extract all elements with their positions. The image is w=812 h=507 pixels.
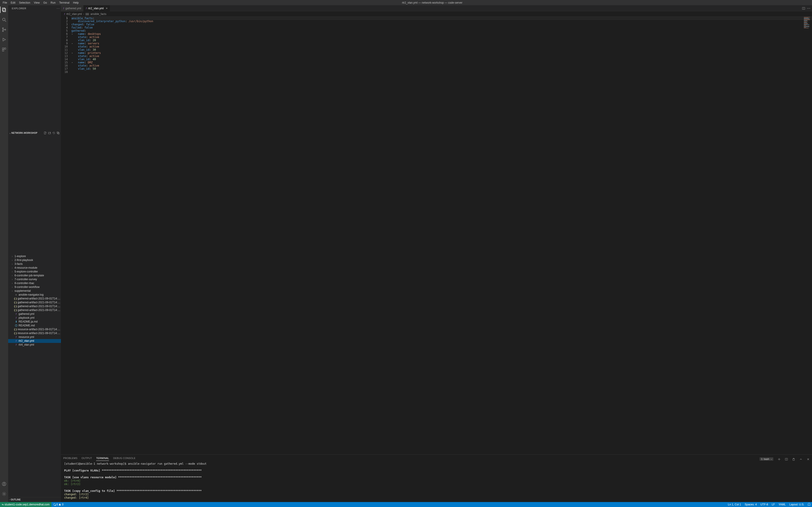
term-task: TASK [copy vlan_config to file] ********… xyxy=(64,489,809,493)
svg-point-26 xyxy=(807,8,808,9)
breadcrumb-file: rtr2_vlan.yml xyxy=(66,12,82,16)
folder-item[interactable]: ›8-controller-rbac xyxy=(8,281,61,285)
account-icon[interactable] xyxy=(2,482,6,486)
split-editor-icon[interactable] xyxy=(802,7,805,10)
file-item[interactable]: { }resource-artifact-2021-09-01T14:03:39… xyxy=(8,328,61,331)
eol-button[interactable]: LF xyxy=(770,503,777,506)
editor-tab[interactable]: !rtr2_vlan.yml× xyxy=(84,5,110,11)
menu-terminal[interactable]: Terminal xyxy=(57,1,71,4)
svg-point-14 xyxy=(57,8,57,9)
chevron-right-icon: › xyxy=(11,278,14,281)
file-item[interactable]: !rtr4_vlan.yml xyxy=(8,343,61,347)
breadcrumb-symbol: ansible_facts xyxy=(90,12,106,16)
file-item[interactable]: ≡ansible-navigator.log xyxy=(8,293,61,297)
file-item[interactable]: !resource.yml xyxy=(8,335,61,339)
term-ok: ok: [rtr4] xyxy=(64,479,809,483)
folder-item[interactable]: ›2-first-playbook xyxy=(8,258,61,262)
menu-selection[interactable]: Selection xyxy=(17,1,32,4)
panel-tab-problems[interactable]: PROBLEMS xyxy=(63,457,78,461)
new-folder-icon[interactable] xyxy=(48,131,51,134)
menu-file[interactable]: File xyxy=(1,1,9,4)
svg-line-3 xyxy=(5,20,6,22)
folder-section-header[interactable]: ⌄ NETWORK-WORKSHOP xyxy=(8,11,61,255)
explorer-title: EXPLORER xyxy=(12,7,26,10)
chevron-right-icon: › xyxy=(11,259,14,262)
folder-item[interactable]: ›supplemental xyxy=(8,289,61,293)
folder-item[interactable]: ›6-controller-job-template xyxy=(8,274,61,278)
file-item[interactable]: { }gathered-artifact-2021-09-01T14:28:28… xyxy=(8,297,61,300)
folder-item[interactable]: ›1-explore xyxy=(8,255,61,258)
code-editor[interactable]: 123456789101112131415161718 ansible_fact… xyxy=(61,16,812,454)
more-icon[interactable] xyxy=(807,7,810,10)
file-item[interactable]: ⬇README.ja.md xyxy=(8,320,61,324)
indent-button[interactable]: Spaces: 4 xyxy=(743,503,759,506)
root-folder-name: NETWORK-WORKSHOP xyxy=(11,132,37,134)
activity-bar xyxy=(0,5,8,502)
menu-help[interactable]: Help xyxy=(71,1,81,4)
chevron-down-icon: ⌄ xyxy=(9,132,11,134)
kill-terminal-icon[interactable] xyxy=(792,458,795,461)
file-item[interactable]: { }gathered-artifact-2021-09-01T14:29:19… xyxy=(8,304,61,308)
svg-rect-1 xyxy=(3,9,6,12)
file-item[interactable]: !gathered.yml xyxy=(8,312,61,316)
minimap[interactable] xyxy=(804,17,812,29)
file-item[interactable]: ⓘREADME.md xyxy=(8,324,61,328)
menu-view[interactable]: View xyxy=(32,1,42,4)
remote-host-button[interactable]: ⇋ student1-code.sep1.demoredhat.com xyxy=(0,502,51,507)
editor-tab[interactable]: !gathered.yml xyxy=(61,5,84,11)
folder-item[interactable]: ›4-resource-module xyxy=(8,266,61,270)
more-icon[interactable] xyxy=(57,7,60,10)
chevron-right-icon: › xyxy=(11,267,14,269)
file-item[interactable]: !playbook.yml xyxy=(8,316,61,320)
explorer-icon[interactable] xyxy=(2,7,6,12)
cursor-position-button[interactable]: Ln 1, Col 1 xyxy=(726,503,743,506)
panel-close-icon[interactable] xyxy=(807,458,810,461)
yaml-file-icon: ! xyxy=(14,343,18,346)
panel-tab-output[interactable]: OUTPUT xyxy=(82,457,92,461)
file-item[interactable]: { }gathered-artifact-2021-09-01T14:30:09… xyxy=(8,308,61,312)
panel-tab-debug-console[interactable]: DEBUG CONSOLE xyxy=(113,457,136,461)
problems-button[interactable]: 0 0 xyxy=(51,502,65,507)
terminal[interactable]: [student1@ansible-1 network-workshop]$ a… xyxy=(61,461,812,502)
split-terminal-icon[interactable] xyxy=(785,458,788,461)
file-item[interactable]: !rtr2_vlan.yml xyxy=(8,339,61,343)
chevron-right-icon: › xyxy=(11,290,14,292)
notifications-button[interactable] xyxy=(806,503,812,505)
encoding-button[interactable]: UTF-8 xyxy=(759,503,770,506)
menu-edit[interactable]: Edit xyxy=(9,1,17,4)
file-item[interactable]: { }gathered-artifact-2021-09-01T14:28:50… xyxy=(8,300,61,304)
outline-title: OUTLINE xyxy=(11,498,20,501)
folder-item[interactable]: ›3-facts xyxy=(8,262,61,266)
term-play: PLAY [configure VLANs] *****************… xyxy=(64,469,809,472)
breadcrumbs[interactable]: ! rtr2_vlan.yml › ⋯ ansible_facts xyxy=(61,11,812,16)
menu-run[interactable]: Run xyxy=(49,1,57,4)
term-task: TASK [use vlans resource module] *******… xyxy=(64,476,809,479)
language-button[interactable]: YAML xyxy=(777,503,788,506)
scm-icon[interactable] xyxy=(2,27,6,32)
gear-icon[interactable] xyxy=(2,492,6,496)
json-file-icon: { } xyxy=(14,332,17,335)
svg-point-27 xyxy=(808,8,809,9)
new-file-icon[interactable] xyxy=(44,131,47,134)
chevron-right-icon: › xyxy=(9,498,10,501)
folder-item[interactable]: ›5-explore-controller xyxy=(8,270,61,274)
extensions-icon[interactable] xyxy=(2,47,6,52)
close-icon[interactable]: × xyxy=(105,7,107,10)
panel-tab-terminal[interactable]: TERMINAL xyxy=(96,457,109,461)
panel-maximize-icon[interactable] xyxy=(799,458,803,461)
yaml-file-icon: ! xyxy=(64,13,65,15)
outline-section-header[interactable]: › OUTLINE xyxy=(8,497,61,502)
debug-icon[interactable] xyxy=(2,37,6,42)
folder-item[interactable]: ›9-controller-workflow xyxy=(8,285,61,289)
new-terminal-icon[interactable] xyxy=(777,458,781,461)
search-icon[interactable] xyxy=(2,17,6,22)
terminal-picker[interactable]: 1: bash xyxy=(759,457,773,461)
layout-button[interactable]: Layout: U.S. xyxy=(788,503,806,506)
refresh-icon[interactable] xyxy=(52,131,55,134)
menu-go[interactable]: Go xyxy=(42,1,49,4)
chevron-right-icon: › xyxy=(11,271,14,273)
file-item[interactable]: { }resource-artifact-2021-09-01T14:04:02… xyxy=(8,331,61,335)
bell-icon xyxy=(808,503,810,505)
folder-item[interactable]: ›7-controller-survey xyxy=(8,278,61,281)
collapse-icon[interactable] xyxy=(57,131,60,134)
